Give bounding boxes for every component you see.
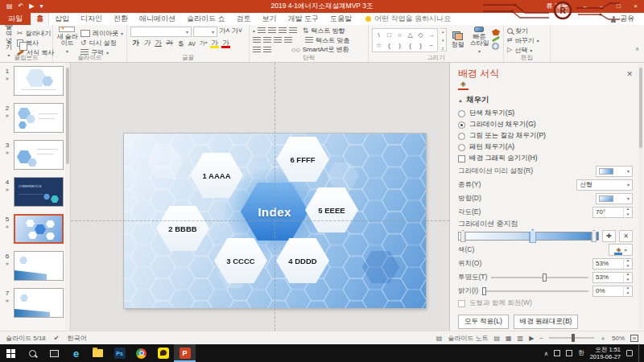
stop-color-button[interactable]: ◈▾: [609, 244, 633, 256]
gradient-direction-dropdown[interactable]: ▾: [596, 193, 633, 204]
align-left-icon[interactable]: [253, 37, 261, 43]
gradient-stops-bar[interactable]: [458, 232, 599, 241]
tab-file[interactable]: 파일: [0, 13, 31, 25]
shape-rect-icon[interactable]: □: [384, 30, 394, 40]
thumbnail-row-7[interactable]: 7★: [0, 286, 70, 323]
slide-thumbnail-2[interactable]: [14, 103, 64, 133]
start-button[interactable]: [0, 344, 22, 362]
shape-outline-icon[interactable]: [492, 36, 500, 43]
slider-handle[interactable]: [482, 287, 486, 295]
apply-to-all-button[interactable]: 모두 적용(L): [458, 315, 509, 329]
qat-customize-icon[interactable]: ▾: [39, 0, 43, 13]
bold-button[interactable]: 가: [130, 39, 141, 48]
notes-toggle[interactable]: 슬라이드 노트: [448, 334, 488, 343]
user-name[interactable]: 류 제운: [546, 2, 568, 11]
tray-icon[interactable]: [554, 350, 560, 356]
brightness-spinner[interactable]: 0%▲▼: [592, 286, 633, 297]
remove-gradient-stop-button[interactable]: ✕: [619, 230, 633, 242]
slide-thumbnail-5-selected[interactable]: [14, 214, 64, 244]
shape-gallery[interactable]: \ □ ○ △ ◇ → ☆ ( ) { } ~: [372, 28, 438, 52]
preset-gradients-dropdown[interactable]: ▾: [596, 166, 633, 177]
gradient-stop-3[interactable]: [591, 230, 597, 242]
find-button[interactable]: 찾기: [507, 27, 547, 35]
language-indicator[interactable]: 한국어: [68, 334, 87, 343]
thumbnail-row-3[interactable]: 3★: [0, 138, 70, 175]
copy-button[interactable]: 복사: [17, 39, 54, 47]
start-slideshow-icon[interactable]: ▶: [29, 0, 34, 13]
text-shadow-button[interactable]: S: [175, 39, 186, 48]
shape-arrow-icon[interactable]: →: [426, 30, 436, 40]
tray-icon[interactable]: [566, 350, 572, 356]
spinner-arrows-icon[interactable]: ▲▼: [623, 272, 632, 282]
tab-insert[interactable]: 삽입: [49, 13, 75, 25]
save-icon[interactable]: ▤: [6, 0, 13, 13]
action-center-icon[interactable]: [626, 350, 633, 356]
shape-curve-icon[interactable]: ~: [426, 40, 436, 51]
close-button[interactable]: ×: [627, 0, 644, 13]
thumbnail-row-4[interactable]: 4★ CYBERNETICS: [0, 175, 70, 212]
pane-scrollbar[interactable]: [638, 64, 643, 329]
shape-brace-left-icon[interactable]: {: [405, 40, 415, 51]
slide-canvas[interactable]: Index 1 AAAA 2 BBBB 3 CCCC 4 DDDD 5 EEEE…: [124, 134, 426, 308]
shape-diamond-icon[interactable]: ◇: [415, 30, 426, 40]
columns-icon[interactable]: [263, 47, 271, 53]
text-direction-button[interactable]: ⇅텍스트 방향: [303, 27, 345, 35]
font-size-select[interactable]: ▾: [193, 27, 217, 37]
font-name-select[interactable]: ▾: [130, 27, 192, 37]
align-right-icon[interactable]: [274, 37, 282, 43]
shape-fill-icon[interactable]: [492, 29, 500, 35]
numbering-icon[interactable]: [268, 27, 276, 34]
shape-circle-icon[interactable]: ○: [394, 30, 405, 40]
taskbar-chrome[interactable]: [130, 344, 152, 362]
share-button[interactable]: 공유: [610, 13, 644, 25]
italic-button[interactable]: 가: [142, 39, 152, 48]
shape-brace-right-icon[interactable]: }: [415, 40, 426, 51]
align-text-button[interactable]: 텍스트 맞춤: [305, 36, 349, 44]
bullet-list-icon[interactable]: [258, 27, 266, 34]
taskbar-file-explorer[interactable]: [87, 344, 109, 362]
zoom-percent[interactable]: 50%: [612, 335, 625, 342]
slide-thumbnail-1[interactable]: [14, 66, 64, 96]
taskbar-edge[interactable]: e: [65, 344, 87, 362]
tab-review[interactable]: 검토: [231, 13, 257, 25]
replace-button[interactable]: ⇄바꾸기▾: [507, 36, 547, 44]
slide-thumbnail-6[interactable]: [14, 251, 64, 281]
highlight-color-button[interactable]: 가: [209, 39, 220, 48]
underline-button[interactable]: 가: [153, 39, 163, 48]
spinner-arrows-icon[interactable]: ▲▼: [623, 207, 632, 217]
task-view-button[interactable]: [43, 344, 65, 362]
search-button[interactable]: [22, 344, 43, 362]
align-center-icon[interactable]: [263, 37, 271, 43]
angle-spinner[interactable]: 70°▲▼: [592, 207, 633, 218]
shape-triangle-icon[interactable]: △: [405, 30, 415, 40]
reset-button[interactable]: ↺다시 설정: [80, 39, 123, 47]
bullets-icon[interactable]: •: [253, 27, 255, 35]
zoom-slider[interactable]: [549, 337, 594, 339]
show-desktop-button[interactable]: [638, 344, 642, 362]
ribbon-display-options-button[interactable]: ⌄: [576, 0, 593, 13]
line-spacing-icon[interactable]: [253, 47, 261, 53]
position-spinner[interactable]: 53%▲▼: [592, 258, 633, 269]
arrange-button[interactable]: 정렬: [449, 27, 467, 54]
paste-button[interactable]: 붙여넣기 ▾: [3, 27, 14, 54]
add-gradient-stop-button[interactable]: ✚: [602, 230, 616, 242]
thumbnail-row-6[interactable]: 6★: [0, 249, 70, 286]
spinner-arrows-icon[interactable]: ▲▼: [623, 258, 632, 269]
zoom-slider-handle[interactable]: [572, 334, 575, 342]
convert-smartart-button[interactable]: ◇◇SmartArt로 변환: [291, 46, 349, 54]
taskbar-kakaotalk[interactable]: [152, 344, 174, 362]
tab-help[interactable]: 도움말: [324, 13, 357, 25]
shape-paren-left-icon[interactable]: (: [384, 40, 394, 51]
new-slide-button[interactable]: 새 슬라이드 ▾: [56, 27, 78, 54]
slide-thumbnail-7[interactable]: [14, 288, 64, 318]
tab-animations[interactable]: 애니메이션: [134, 13, 181, 25]
thumbnail-row-5[interactable]: 5★: [0, 212, 70, 249]
layout-button[interactable]: 레이아웃▾: [80, 29, 123, 37]
clock[interactable]: 오전 1:51 2019-06-27: [590, 346, 621, 361]
select-button[interactable]: ▷선택▾: [507, 46, 547, 54]
character-spacing-button[interactable]: AV: [187, 39, 197, 48]
fill-category-icon[interactable]: ◈: [458, 80, 469, 90]
shape-effects-icon[interactable]: [492, 43, 499, 50]
undo-icon[interactable]: ↶: [19, 0, 24, 13]
fit-to-window-icon[interactable]: [630, 335, 638, 342]
